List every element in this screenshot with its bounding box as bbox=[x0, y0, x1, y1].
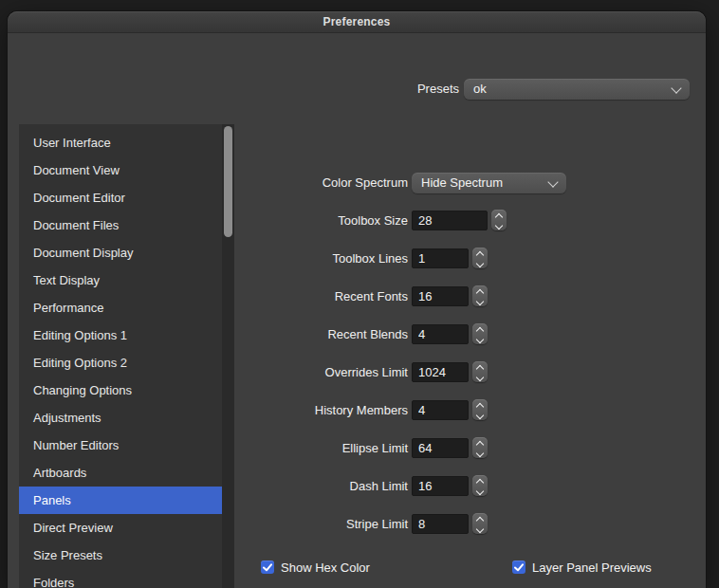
stepper-control[interactable] bbox=[472, 437, 488, 458]
stepper-control[interactable] bbox=[472, 399, 488, 420]
stepper-control[interactable] bbox=[491, 210, 507, 230]
stepper-down-icon bbox=[476, 374, 484, 381]
number-field[interactable] bbox=[412, 476, 469, 496]
color-spectrum-dropdown[interactable]: Hide Spectrum bbox=[412, 173, 566, 193]
chevron-down-icon bbox=[547, 176, 558, 187]
stepper-row-label: Stripe Limit bbox=[150, 514, 408, 535]
checkbox-label: Show Hex Color bbox=[281, 560, 370, 575]
stepper-row-stripe-limit: Stripe Limit bbox=[8, 514, 706, 535]
stepper-up-icon bbox=[476, 517, 484, 524]
stepper-row-label: Recent Fonts bbox=[150, 286, 408, 307]
stepper-control[interactable] bbox=[472, 323, 488, 344]
stepper-control[interactable] bbox=[472, 285, 488, 306]
color-spectrum-row: Color Spectrum Hide Spectrum bbox=[8, 173, 706, 193]
form-area: Color Spectrum Hide Spectrum Toolbox Siz… bbox=[8, 11, 706, 588]
stepper-row-toolbox-size: Toolbox Size bbox=[8, 211, 706, 231]
stepper-up-icon bbox=[476, 251, 484, 259]
number-field[interactable] bbox=[412, 362, 469, 382]
checkbox-row: Show Hex Color Layer Panel Previews bbox=[8, 560, 706, 577]
stepper-row-label: Dash Limit bbox=[150, 476, 408, 497]
stepper-up-icon bbox=[476, 365, 484, 373]
stepper-up-icon bbox=[476, 327, 484, 335]
stepper-control[interactable] bbox=[472, 361, 488, 382]
stepper-row-label: History Members bbox=[150, 400, 408, 421]
stepper-up-icon bbox=[476, 289, 484, 297]
stepper-down-icon bbox=[495, 222, 503, 230]
stepper-row-history-members: History Members bbox=[8, 400, 706, 421]
checkbox-label: Layer Panel Previews bbox=[532, 560, 652, 575]
stepper-control[interactable] bbox=[472, 513, 488, 534]
number-field[interactable] bbox=[412, 514, 469, 534]
number-field[interactable] bbox=[412, 324, 469, 344]
stepper-up-icon bbox=[476, 441, 484, 449]
stepper-down-icon bbox=[476, 487, 484, 495]
stepper-down-icon bbox=[476, 260, 484, 267]
stepper-down-icon bbox=[476, 298, 484, 305]
stepper-up-icon bbox=[495, 213, 503, 221]
stepper-row-overrides-limit: Overrides Limit bbox=[8, 362, 706, 383]
number-field[interactable] bbox=[412, 438, 469, 458]
stepper-down-icon bbox=[476, 525, 484, 533]
color-spectrum-value: Hide Spectrum bbox=[421, 175, 503, 190]
stepper-row-toolbox-lines: Toolbox Lines bbox=[8, 248, 706, 269]
stepper-row-recent-blends: Recent Blends bbox=[8, 324, 706, 345]
preferences-window: Preferences Presets ok User Interface Do… bbox=[8, 11, 706, 588]
checkbox[interactable] bbox=[512, 560, 525, 574]
checkbox-group-layer-panel-previews: Layer Panel Previews bbox=[512, 560, 652, 575]
checkmark-icon bbox=[263, 563, 272, 572]
stepper-row-ellipse-limit: Ellipse Limit bbox=[8, 438, 706, 459]
stepper-up-icon bbox=[476, 403, 484, 411]
stepper-down-icon bbox=[476, 450, 484, 457]
number-field[interactable] bbox=[412, 211, 488, 230]
color-spectrum-label: Color Spectrum bbox=[150, 173, 408, 193]
stepper-row-label: Overrides Limit bbox=[150, 362, 408, 383]
stepper-down-icon bbox=[476, 412, 484, 419]
stepper-down-icon bbox=[476, 336, 484, 343]
stepper-row-label: Toolbox Lines bbox=[150, 248, 408, 269]
stepper-control[interactable] bbox=[472, 475, 488, 496]
stepper-row-recent-fonts: Recent Fonts bbox=[8, 286, 706, 307]
stepper-control[interactable] bbox=[472, 248, 488, 268]
stepper-row-label: Ellipse Limit bbox=[150, 438, 408, 459]
stepper-row-label: Toolbox Size bbox=[150, 211, 408, 231]
checkbox-group-show-hex-color: Show Hex Color bbox=[261, 560, 370, 575]
stepper-row-dash-limit: Dash Limit bbox=[8, 476, 706, 497]
stepper-up-icon bbox=[476, 479, 484, 487]
number-field[interactable] bbox=[412, 286, 469, 306]
checkmark-icon bbox=[514, 563, 524, 572]
number-field[interactable] bbox=[412, 248, 469, 268]
checkbox[interactable] bbox=[261, 560, 274, 574]
stepper-row-label: Recent Blends bbox=[150, 324, 408, 345]
number-field[interactable] bbox=[412, 400, 469, 420]
